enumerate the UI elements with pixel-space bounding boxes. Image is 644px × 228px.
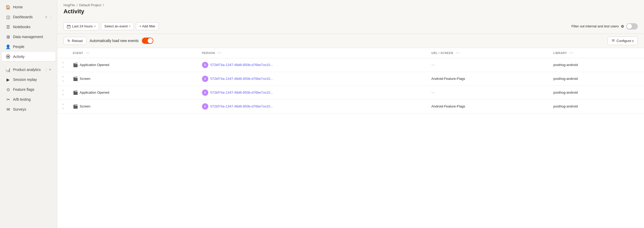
- breadcrumb-sep-1: /: [77, 3, 78, 7]
- sidebar-label-data-management: Data management: [13, 35, 51, 39]
- plus-icon[interactable]: +: [49, 67, 51, 72]
- table-row[interactable]: ⌃⌄🎬Application Opened5572bf74a-1347-48d6…: [57, 58, 644, 72]
- sidebar-item-activity[interactable]: Activity: [2, 52, 55, 61]
- sidebar-item-feature-flags[interactable]: ⊙ Feature flags: [2, 85, 55, 94]
- event-col-more[interactable]: ···: [85, 51, 91, 55]
- events-table: EVENT ··· PERSON ··· URL / SCREEN: [57, 48, 644, 113]
- person-id[interactable]: 572bf74a-1347-48d6-850b-d76be7ce10...: [210, 91, 273, 94]
- sidebar-label-feature-flags: Feature flags: [13, 87, 51, 92]
- auto-load-label: Automatically load new events: [90, 39, 138, 43]
- expand-icon[interactable]: ⌃⌄: [61, 103, 65, 110]
- avatar: 5: [202, 103, 208, 110]
- sidebar-item-surveys[interactable]: ✉ Surveys: [2, 105, 55, 114]
- breadcrumb-project[interactable]: Default Project: [79, 3, 101, 7]
- library-col-more[interactable]: ···: [569, 51, 574, 55]
- chevron-down-icon: ∨: [45, 15, 47, 19]
- main-content: HogFlix / Default Project / Activity Las…: [57, 0, 644, 228]
- library-value: posthog-android: [553, 77, 578, 81]
- col-expand: [57, 48, 69, 58]
- reload-icon: ↻: [67, 39, 70, 43]
- event-name[interactable]: Screen: [80, 104, 90, 108]
- event-name[interactable]: Application Opened: [80, 63, 109, 67]
- url-value: —: [431, 91, 435, 94]
- sidebar-label-activity: Activity: [13, 55, 51, 59]
- sidebar-label-people: People: [13, 45, 51, 49]
- col-event: EVENT ···: [69, 48, 198, 58]
- sidebar-label-surveys: Surveys: [13, 107, 51, 111]
- event-name[interactable]: Application Opened: [80, 91, 109, 94]
- expand-cell[interactable]: ⌃⌄: [57, 58, 69, 72]
- sidebar-item-data-management[interactable]: ⊞ Data management: [2, 32, 55, 41]
- sidebar-item-people[interactable]: 👤 People: [2, 42, 55, 51]
- library-value: posthog-android: [553, 104, 578, 108]
- event-type-icon: 🎬: [73, 62, 78, 67]
- configure-button[interactable]: Configure c: [608, 37, 638, 45]
- person-cell: 5572bf74a-1347-48d6-850b-d76be7ce10...: [198, 86, 427, 99]
- filter-internal-label: Filter out internal and test users: [571, 24, 619, 28]
- col-url: URL / SCREEN ···: [427, 48, 549, 58]
- url-value: —: [431, 63, 435, 67]
- surveys-icon: ✉: [6, 107, 10, 112]
- person-id[interactable]: 572bf74a-1347-48d6-850b-d76be7ce10...: [210, 77, 273, 81]
- event-name[interactable]: Screen: [80, 77, 90, 81]
- table-row[interactable]: ⌃⌄🎬Application Opened5572bf74a-1347-48d6…: [57, 86, 644, 99]
- library-cell: posthog-android: [549, 58, 644, 72]
- toolbar-filters: Last 24 hours ▾ Select an event ▾ + Add …: [57, 19, 644, 34]
- date-filter-button[interactable]: Last 24 hours ▾: [64, 22, 99, 31]
- sidebar-label-notebooks: Notebooks: [13, 25, 51, 29]
- person-col-more[interactable]: ···: [217, 51, 223, 55]
- sidebar-item-home[interactable]: 🏠 Home: [2, 2, 55, 12]
- expand-cell[interactable]: ⌃⌄: [57, 72, 69, 86]
- person-id[interactable]: 572bf74a-1347-48d6-850b-d76be7ce10...: [210, 63, 273, 67]
- event-cell: 🎬Screen: [69, 72, 198, 86]
- svg-point-1: [7, 56, 9, 57]
- sidebar: 🏠 Home ◫ Dashboards ∨ ☰ Notebooks ⊞ Data…: [0, 0, 57, 228]
- page-header: HogFlix / Default Project / Activity: [57, 0, 644, 19]
- reload-button[interactable]: ↻ Reload: [64, 37, 86, 45]
- filter-internal-toggle[interactable]: [626, 23, 638, 29]
- person-id[interactable]: 572bf74a-1347-48d6-850b-d76be7ce10...: [210, 104, 273, 108]
- data-management-icon: ⊞: [6, 34, 10, 39]
- expand-cell[interactable]: ⌃⌄: [57, 99, 69, 113]
- event-filter-label: Select an event: [104, 24, 128, 28]
- feature-flags-icon: ⊙: [6, 87, 10, 92]
- divider: [46, 68, 46, 72]
- svg-rect-2: [67, 25, 70, 28]
- library-value: posthog-android: [553, 91, 578, 94]
- sidebar-item-ab-testing[interactable]: ✂ A/B testing: [2, 95, 55, 104]
- chevron-down-icon: ▾: [129, 25, 130, 28]
- expand-icon[interactable]: ⌃⌄: [61, 62, 65, 68]
- home-icon: 🏠: [6, 5, 10, 9]
- event-filter-button[interactable]: Select an event ▾: [101, 22, 134, 30]
- activity-icon: [6, 54, 10, 59]
- expand-icon[interactable]: ⌃⌄: [61, 89, 65, 96]
- gear-icon[interactable]: ⚙: [621, 24, 624, 28]
- calendar-icon: [67, 24, 71, 28]
- add-filter-button[interactable]: + Add filter: [136, 22, 159, 30]
- expand-icon[interactable]: ⌃⌄: [61, 76, 65, 82]
- breadcrumb-sep-2: /: [103, 3, 104, 7]
- spacer: [0, 62, 57, 65]
- url-col-more[interactable]: ···: [455, 51, 461, 55]
- breadcrumb-org[interactable]: HogFlix: [64, 3, 75, 7]
- events-table-container: EVENT ··· PERSON ··· URL / SCREEN: [57, 48, 644, 228]
- date-filter-label: Last 24 hours: [72, 24, 93, 28]
- notebooks-icon: ☰: [6, 25, 10, 29]
- sidebar-item-notebooks[interactable]: ☰ Notebooks: [2, 22, 55, 32]
- sidebar-label-product-analytics: Product analytics: [13, 68, 42, 72]
- dashboards-icon: ◫: [6, 15, 10, 19]
- sidebar-item-dashboards[interactable]: ◫ Dashboards ∨: [2, 12, 55, 22]
- auto-load-toggle[interactable]: [142, 38, 153, 44]
- sidebar-item-product-analytics[interactable]: 📊 Product analytics +: [2, 65, 55, 74]
- ab-testing-icon: ✂: [6, 97, 10, 102]
- expand-cell[interactable]: ⌃⌄: [57, 86, 69, 99]
- people-icon: 👤: [6, 44, 10, 49]
- avatar: 5: [202, 62, 208, 68]
- table-row[interactable]: ⌃⌄🎬Screen5572bf74a-1347-48d6-850b-d76be7…: [57, 72, 644, 86]
- sidebar-item-session-replay[interactable]: ▶ Session replay: [2, 75, 55, 84]
- url-cell: —: [427, 58, 549, 72]
- table-row[interactable]: ⌃⌄🎬Screen5572bf74a-1347-48d6-850b-d76be7…: [57, 99, 644, 113]
- person-cell: 5572bf74a-1347-48d6-850b-d76be7ce10...: [198, 99, 427, 113]
- sidebar-label-ab-testing: A/B testing: [13, 97, 51, 101]
- sidebar-label-dashboards: Dashboards: [13, 15, 42, 19]
